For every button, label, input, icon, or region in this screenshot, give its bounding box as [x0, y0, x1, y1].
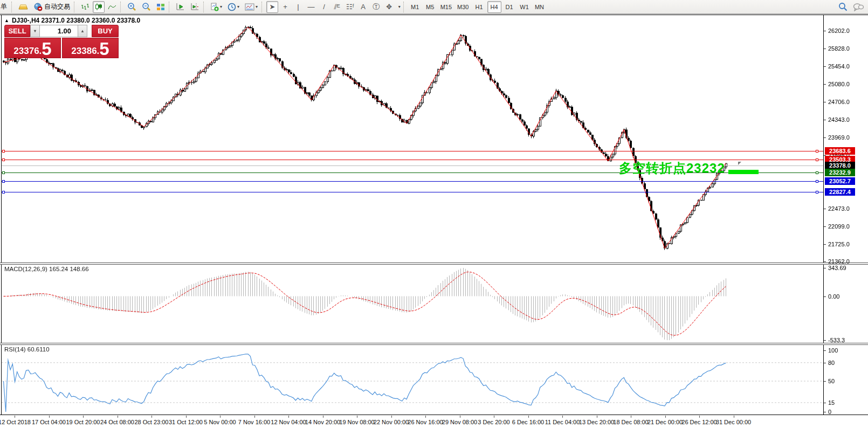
- line-handle[interactable]: [2, 158, 5, 161]
- collapse-panel-arrow[interactable]: ▲: [4, 18, 9, 23]
- toolbar-separator: [11, 2, 15, 12]
- line-handle[interactable]: [2, 150, 5, 153]
- one-click-trading-panel: SELL ▾ ▴ BUY 23376.5 23386.5: [4, 25, 119, 58]
- autotrading-button[interactable]: 自动交易: [31, 1, 72, 13]
- text-tool[interactable]: A: [357, 1, 369, 13]
- horizontal-line-22827.4[interactable]: [2, 192, 823, 192]
- volume-decrease-button[interactable]: ▾: [30, 25, 40, 37]
- price-tick: [824, 31, 826, 31]
- arrows-tool[interactable]: ✥: [383, 1, 395, 13]
- line-chart-button[interactable]: [106, 1, 119, 13]
- timeframe-h1[interactable]: H1: [472, 1, 486, 13]
- lime-trend-segment[interactable]: [728, 170, 759, 174]
- rsi-tick: [824, 363, 826, 363]
- line-handle[interactable]: [816, 171, 818, 174]
- zoom-out-icon: [142, 2, 151, 11]
- arrows-caret-button[interactable]: ▾: [396, 1, 402, 13]
- vertical-line-tool[interactable]: |: [292, 1, 304, 13]
- text-label-tool[interactable]: Ⓣ: [370, 1, 382, 13]
- timeframe-m5[interactable]: M5: [423, 1, 437, 13]
- bar-chart-icon: [81, 3, 89, 11]
- bar-chart-button[interactable]: [79, 1, 92, 13]
- auto-scroll-button[interactable]: [174, 1, 187, 13]
- price-tick-label: 22473.0: [828, 205, 850, 212]
- rsi-tick-label: 15: [828, 399, 835, 406]
- line-handle[interactable]: [816, 191, 818, 194]
- buy-price-big: 5: [99, 42, 109, 57]
- price-tick: [824, 49, 826, 49]
- templates-icon: [245, 3, 254, 11]
- chat-button[interactable]: [851, 1, 866, 13]
- volume-increase-button[interactable]: ▴: [78, 25, 87, 37]
- tile-windows-button[interactable]: [154, 1, 167, 13]
- price-tick-label: 23969.0: [828, 134, 850, 141]
- toolbar-separator: [203, 2, 206, 12]
- macd-tick-label: 343.69: [828, 265, 846, 271]
- rsi-tick-label: 50: [828, 378, 835, 384]
- macd-values: 165.24 148.66: [49, 266, 89, 272]
- sell-button[interactable]: SELL: [4, 25, 30, 37]
- pivot-annotation-text[interactable]: 多空转折点23232: [619, 160, 725, 177]
- timeframe-d1[interactable]: D1: [502, 1, 516, 13]
- indicators-caret-icon: ▾: [220, 4, 222, 9]
- price-tick: [824, 66, 826, 67]
- sell-price-panel[interactable]: 23376.5: [4, 38, 61, 58]
- zoom-out-button[interactable]: [140, 1, 153, 13]
- rsi-name: RSI(14): [4, 346, 26, 353]
- line-handle[interactable]: [2, 180, 5, 183]
- timeframe-h4[interactable]: H4: [487, 1, 501, 13]
- trendline-tool[interactable]: /: [318, 1, 330, 13]
- rsi-tick: [824, 403, 826, 403]
- timeframe-mn[interactable]: MN: [533, 1, 547, 13]
- equidistant-channel-tool[interactable]: ⫽ᴱ: [331, 1, 343, 13]
- line-handle[interactable]: [816, 158, 818, 161]
- new-order-button[interactable]: 单: [0, 1, 10, 13]
- indicators-button[interactable]: ▾: [208, 1, 224, 13]
- price-tick-label: 22099.0: [828, 223, 850, 230]
- price-tick-label: 24706.0: [828, 99, 850, 105]
- templates-button[interactable]: ▾: [243, 1, 260, 13]
- rsi-tick-label: 80: [828, 360, 835, 366]
- line-handle[interactable]: [816, 150, 818, 153]
- horizontal-line-23052.7[interactable]: [2, 181, 823, 182]
- horizontal-line-23683.6[interactable]: [2, 151, 823, 151]
- buy-button[interactable]: BUY: [92, 25, 119, 37]
- plot-overlay: 多空转折点23232: [2, 15, 823, 428]
- periods-button[interactable]: ▾: [225, 1, 242, 13]
- line-handle[interactable]: [2, 191, 5, 194]
- price-tick: [824, 137, 826, 138]
- price-tick: [824, 261, 826, 262]
- periods-caret-icon: ▾: [237, 4, 239, 9]
- chat-icon: [853, 3, 864, 11]
- search-button[interactable]: [836, 1, 850, 13]
- chart-header: ▲ DJ30-,H4 23371.0 23380.0 23360.0 23378…: [4, 17, 140, 24]
- macd-tick: [824, 296, 826, 297]
- crosshair-tool[interactable]: +: [279, 1, 291, 13]
- rsi-tick-label: 0: [828, 409, 831, 415]
- zoom-in-icon: [127, 2, 136, 11]
- price-tick-label: 21725.0: [828, 241, 850, 247]
- buy-price-main: 23386: [71, 46, 97, 57]
- price-badge-23683.6: 23683.6: [825, 147, 855, 155]
- toolbar-separator: [403, 2, 407, 12]
- chart-shift-button[interactable]: [188, 1, 202, 13]
- timeframe-m1[interactable]: M1: [408, 1, 422, 13]
- chart-shift-icon: [190, 3, 199, 11]
- cursor-tool[interactable]: ➤: [266, 1, 278, 13]
- fibonacci-tool[interactable]: ☷ᶠ: [344, 1, 356, 13]
- main-toolbar: 单 自动交易: [0, 0, 868, 14]
- timeframe-w1[interactable]: W1: [518, 1, 532, 13]
- candlestick-chart-button[interactable]: [93, 1, 105, 13]
- price-badge-23052.7: 23052.7: [825, 177, 855, 185]
- volume-input[interactable]: [40, 25, 78, 37]
- arrows-caret-icon: ▾: [398, 4, 401, 9]
- toolbar-separator: [169, 2, 172, 12]
- timeframe-m15[interactable]: M15: [438, 1, 454, 13]
- line-handle[interactable]: [2, 171, 5, 174]
- horizontal-line-tool[interactable]: —: [305, 1, 317, 13]
- timeframe-m30[interactable]: M30: [455, 1, 471, 13]
- line-handle[interactable]: [816, 180, 818, 183]
- zoom-in-button[interactable]: [125, 1, 139, 13]
- gold-button[interactable]: [16, 1, 30, 13]
- buy-price-panel[interactable]: 23386.5: [62, 38, 119, 58]
